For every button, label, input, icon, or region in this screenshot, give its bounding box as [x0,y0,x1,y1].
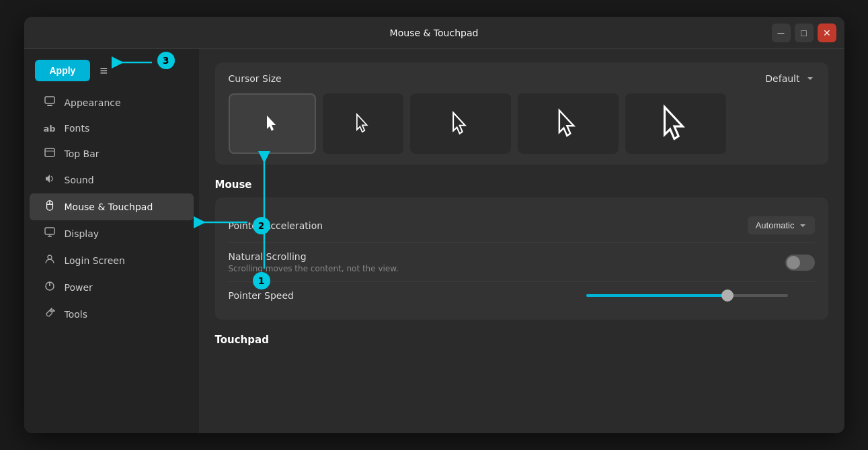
body: Apply ≡ Appearance ab Fonts Top Bar [24,49,844,433]
power-label: Power [65,282,93,293]
touchpad-section: Touchpad [215,333,828,346]
window-controls: ─ □ ✕ [772,24,836,42]
pointer-speed-label: Pointer Speed [229,290,294,301]
cursor-size-label: Cursor Size [229,73,282,84]
topbar-label: Top Bar [65,148,100,159]
power-icon [43,281,56,294]
window-title: Mouse & Touchpad [390,28,479,38]
cursor-size-option-2[interactable] [323,93,403,154]
cursor-size-option-5[interactable] [625,93,726,154]
sound-icon [43,173,56,187]
apply-button[interactable]: Apply [35,60,91,81]
toggle-knob [787,256,800,269]
hamburger-menu[interactable]: ≡ [97,60,110,81]
sidebar-item-fonts[interactable]: ab Fonts [30,116,194,140]
svg-rect-0 [45,97,54,103]
sidebar: Apply ≡ Appearance ab Fonts Top Bar [24,49,199,433]
display-label: Display [65,228,100,239]
cursor-size-dropdown[interactable]: Default [765,73,814,84]
slider-track [586,294,788,297]
cursor-size-option-3[interactable] [410,93,511,154]
maximize-button[interactable]: □ [795,24,814,42]
minimize-button[interactable]: ─ [772,24,791,42]
sound-label: Sound [65,175,94,185]
tools-label: Tools [65,309,88,320]
fonts-icon: ab [43,124,56,134]
pointer-acceleration-row: Pointer Acceleration Automatic [229,208,815,243]
topbar-icon [43,147,56,160]
natural-scrolling-info: Natural Scrolling Scrolling moves the co… [229,251,399,273]
mouse-label: Mouse & Touchpad [65,201,153,212]
mouse-section-title: Mouse [215,178,828,191]
slider-thumb[interactable] [721,289,734,302]
sidebar-item-sound[interactable]: Sound [30,167,194,193]
pointer-acceleration-dropdown[interactable]: Automatic [748,216,815,234]
svg-rect-2 [45,148,54,156]
svg-rect-1 [47,105,52,106]
cursor-size-option-1[interactable] [229,93,316,154]
natural-scrolling-toggle[interactable] [785,255,815,271]
titlebar: Mouse & Touchpad ─ □ ✕ [24,17,844,49]
cursor-size-option-4[interactable] [518,93,619,154]
main-content: 1 2 Cursor Size Default [199,49,844,433]
slider-fill [586,294,727,297]
close-button[interactable]: ✕ [818,24,836,42]
mouse-icon [43,200,56,214]
tools-icon [43,308,56,321]
cursor-size-header: Cursor Size Default [229,73,815,84]
main-window: Mouse & Touchpad ─ □ ✕ Apply ≡ Appearanc… [24,17,844,433]
pointer-acceleration-label: Pointer Acceleration [229,220,323,231]
login-label: Login Screen [65,255,125,266]
sidebar-item-power[interactable]: Power [30,274,194,301]
fonts-label: Fonts [65,123,90,134]
sidebar-item-mouse[interactable]: Mouse & Touchpad [30,193,194,220]
pointer-speed-slider[interactable] [586,294,815,297]
login-icon [43,254,56,267]
natural-scrolling-row: Natural Scrolling Scrolling moves the co… [229,243,815,282]
annotation-badge-2-overlay: 2 [253,217,270,234]
sidebar-item-tools[interactable]: Tools [30,301,194,328]
svg-rect-7 [45,228,54,234]
appearance-icon [43,96,56,109]
annotation-badge-3: 3 [157,52,175,69]
display-icon [43,227,56,240]
cursor-size-section: Cursor Size Default [215,62,828,165]
pointer-speed-row: Pointer Speed [229,282,815,309]
cursor-size-options [229,93,815,154]
appearance-label: Appearance [65,97,121,108]
mouse-settings-card: Pointer Acceleration Automatic Natural S… [215,197,828,320]
sidebar-item-appearance[interactable]: Appearance [30,89,194,116]
natural-scrolling-label: Natural Scrolling [229,251,399,262]
sidebar-item-topbar[interactable]: Top Bar [30,140,194,167]
sidebar-item-display[interactable]: Display [30,220,194,247]
sidebar-item-login[interactable]: Login Screen [30,247,194,274]
annotation-badge-1-overlay: 1 [253,272,270,289]
svg-point-10 [48,255,52,259]
